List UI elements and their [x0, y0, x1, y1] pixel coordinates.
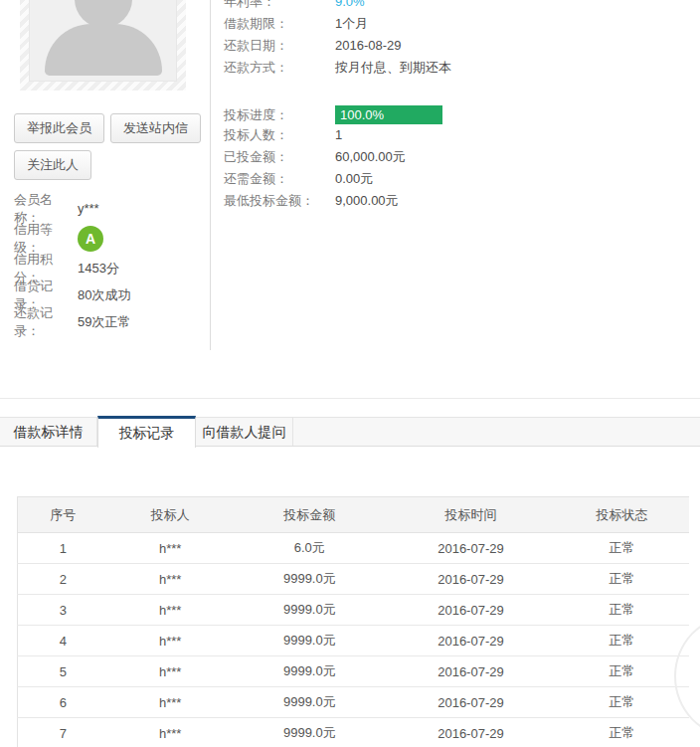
field-label: 最低投标金额： — [224, 190, 335, 212]
vertical-divider — [210, 0, 211, 350]
profile-actions: 举报此会员发送站内信 关注此人 — [14, 113, 210, 187]
cell-amount: 6.0元 — [233, 533, 387, 564]
tab-item[interactable]: 投标记录 — [97, 416, 196, 448]
table-row: 5 h*** 9999.0元 2016-07-29 正常 — [18, 656, 690, 687]
column-header: 投标时间 — [387, 497, 555, 533]
loan-info-row: 借款期限： 1个月 — [224, 13, 691, 35]
field-label: 投标进度： — [224, 105, 335, 124]
member-info-list: 会员名称： y*** 信用等级： A 信用积分： 1453分 借贷记录 — [14, 195, 210, 335]
cell-amount: 9999.0元 — [233, 595, 387, 626]
column-header: 投标状态 — [555, 497, 689, 533]
table-row: 2 h*** 9999.0元 2016-07-29 正常 — [18, 564, 690, 595]
field-value: 1个月 — [335, 13, 368, 35]
cell-status: 正常 — [555, 564, 689, 595]
cell-index: 6 — [18, 687, 108, 718]
field-value: A — [78, 226, 103, 252]
cell-status: 正常 — [555, 626, 689, 656]
cell-time: 2016-07-29 — [387, 595, 555, 626]
cell-index: 2 — [18, 564, 108, 595]
cell-index: 5 — [18, 656, 108, 687]
field-value: 1453分 — [78, 260, 119, 278]
cell-amount: 9999.0元 — [233, 718, 387, 747]
bid-progress-bar: 100.0% — [335, 105, 442, 124]
field-label: 还款方式： — [224, 57, 335, 79]
field-value: 60,000.00元 — [335, 146, 406, 168]
loan-info-row: 年利率： 9.0% — [224, 0, 691, 13]
table-body: 1 h*** 6.0元 2016-07-29 正常 2 h*** 9999.0元… — [18, 533, 690, 747]
cell-status: 正常 — [555, 687, 689, 718]
follow-member-button[interactable]: 关注此人 — [14, 150, 91, 180]
cell-time: 2016-07-29 — [387, 533, 555, 564]
cell-index: 7 — [18, 718, 108, 747]
cell-bidder: h*** — [108, 595, 233, 626]
cell-bidder: h*** — [108, 687, 233, 718]
send-message-button[interactable]: 发送站内信 — [110, 113, 201, 143]
cell-status: 正常 — [555, 533, 689, 564]
field-label: 年利率： — [224, 0, 335, 13]
bid-records-section: 序号 投标人 投标金额 投标时间 投标状态 1 h*** — [17, 496, 689, 747]
field-value: 80次成功 — [78, 286, 130, 304]
bidding-info-row: 最低投标金额： 9,000.00元 — [224, 190, 691, 212]
cell-time: 2016-07-29 — [387, 626, 555, 656]
field-label: 已投金额： — [224, 146, 335, 168]
bidding-info-row: 还需金额： 0.00元 — [224, 168, 691, 190]
member-info-row: 会员名称： y*** — [14, 195, 210, 222]
loan-info-row: 还款方式： 按月付息、到期还本 — [224, 57, 691, 79]
person-icon — [45, 24, 162, 76]
cell-amount: 9999.0元 — [233, 687, 387, 718]
field-value: 按月付息、到期还本 — [335, 57, 451, 79]
member-info-row: 还款记录： 59次正常 — [14, 308, 210, 335]
bid-records-table: 序号 投标人 投标金额 投标时间 投标状态 1 h*** — [17, 496, 689, 747]
table-row: 3 h*** 9999.0元 2016-07-29 正常 — [18, 595, 690, 626]
bidding-info-row: 已投金额： 60,000.00元 — [224, 146, 691, 168]
table-row: 7 h*** 9999.0元 2016-07-29 正常 — [18, 718, 690, 747]
tab-label: 投标记录 — [119, 425, 175, 441]
tab-item[interactable]: 借款标详情 — [0, 418, 97, 446]
detail-tabs: 借款标详情 投标记录 向借款人提问 — [0, 417, 700, 447]
cell-status: 正常 — [555, 718, 689, 747]
cell-index: 1 — [18, 533, 108, 564]
avatar — [20, 0, 186, 91]
field-label: 投标人数： — [224, 124, 335, 146]
page: 举报此会员发送站内信 关注此人 会员名称： y*** 信用等级： A — [0, 0, 700, 747]
cell-time: 2016-07-29 — [387, 564, 555, 595]
field-label: 借款期限： — [224, 13, 335, 35]
tab-item[interactable]: 向借款人提问 — [196, 418, 293, 446]
cell-index: 3 — [18, 595, 108, 626]
field-value: 9.0% — [335, 0, 365, 13]
cell-status: 正常 — [555, 595, 689, 626]
loan-info-row: 还款日期： 2016-08-29 — [224, 35, 691, 57]
column-header: 投标人 — [108, 497, 233, 533]
field-label: 还款日期： — [224, 35, 335, 57]
table-row: 6 h*** 9999.0元 2016-07-29 正常 — [18, 687, 690, 718]
tab-label: 向借款人提问 — [203, 424, 286, 440]
table-row: 1 h*** 6.0元 2016-07-29 正常 — [18, 533, 690, 564]
column-header: 投标金额 — [233, 497, 387, 533]
cell-bidder: h*** — [108, 564, 233, 595]
cell-time: 2016-07-29 — [387, 718, 555, 747]
bidding-info-list: 投标人数： 1 已投金额： 60,000.00元 还需金额： 0.00元 — [224, 124, 691, 212]
cell-bidder: h*** — [108, 626, 233, 656]
field-value: y*** — [78, 201, 99, 216]
bidding-info-row: 投标人数： 1 — [224, 124, 691, 146]
field-label: 还款记录： — [14, 304, 78, 340]
cell-amount: 9999.0元 — [233, 656, 387, 687]
cell-time: 2016-07-29 — [387, 687, 555, 718]
cell-bidder: h*** — [108, 533, 233, 564]
field-value: 2016-08-29 — [335, 35, 402, 57]
field-label: 还需金额： — [224, 168, 335, 190]
report-member-button[interactable]: 举报此会员 — [14, 113, 104, 143]
field-value: 1 — [335, 124, 342, 146]
cell-amount: 9999.0元 — [233, 626, 387, 656]
cell-bidder: h*** — [108, 718, 233, 747]
borrower-summary-section: 举报此会员发送站内信 关注此人 会员名称： y*** 信用等级： A — [0, 0, 700, 399]
field-value: 0.00元 — [335, 168, 373, 190]
table-row: 4 h*** 9999.0元 2016-07-29 正常 — [18, 626, 690, 656]
member-profile-panel: 举报此会员发送站内信 关注此人 会员名称： y*** 信用等级： A — [0, 0, 210, 335]
tab-label: 借款标详情 — [14, 424, 84, 440]
field-value: 9,000.00元 — [335, 190, 399, 212]
cell-time: 2016-07-29 — [387, 656, 555, 687]
loan-info-list: 年利率： 9.0% 借款期限： 1个月 还款日期： 2016-08-29 — [224, 0, 691, 79]
table-header-row: 序号 投标人 投标金额 投标时间 投标状态 — [18, 497, 690, 533]
field-value: 59次正常 — [78, 313, 130, 331]
